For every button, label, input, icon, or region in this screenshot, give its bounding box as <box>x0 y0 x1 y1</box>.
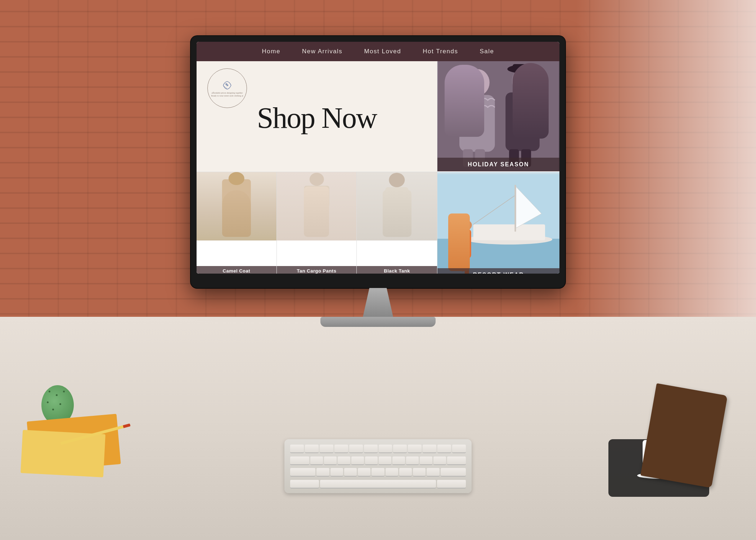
key <box>320 480 436 488</box>
key <box>290 480 319 488</box>
svg-point-6 <box>234 200 239 204</box>
svg-point-35 <box>460 220 472 230</box>
key <box>358 468 370 476</box>
svg-point-1 <box>229 172 244 185</box>
svg-point-5 <box>234 196 239 200</box>
key <box>290 456 309 464</box>
key-row-2 <box>290 455 466 466</box>
key-row-4 <box>290 479 466 489</box>
key <box>324 456 337 464</box>
product-card-black-tank[interactable]: Black Tank $40 <box>357 172 437 274</box>
navbar: Home New Arrivals Most Loved Hot Trends … <box>197 42 559 61</box>
svg-rect-32 <box>473 224 545 240</box>
camel-coat-illustration <box>197 172 276 240</box>
holiday-illustration <box>437 61 559 171</box>
key <box>334 445 348 453</box>
nav-most-loved[interactable]: Most Loved <box>364 48 401 55</box>
svg-rect-24 <box>513 64 534 72</box>
keyboard-keys <box>284 439 472 493</box>
product-image-tan <box>277 172 357 240</box>
main-content: affordable prices designing together Rea… <box>197 61 559 274</box>
nav-sale[interactable]: Sale <box>480 48 494 55</box>
svg-rect-33 <box>514 185 516 231</box>
svg-rect-14 <box>386 187 409 216</box>
key <box>338 456 350 464</box>
monitor-screen: Home New Arrivals Most Loved Hot Trends … <box>197 42 559 274</box>
product-card-tan-cargo[interactable]: Tan Cargo Pants $75 <box>277 172 357 274</box>
product-grid: Camel Coat $90 <box>197 172 437 274</box>
nav-home[interactable]: Home <box>262 48 280 55</box>
svg-rect-2 <box>226 215 236 233</box>
nav-new-arrivals[interactable]: New Arrivals <box>302 48 342 55</box>
svg-point-19 <box>465 69 490 96</box>
svg-rect-3 <box>237 215 247 233</box>
category-resort-wear[interactable]: RESORT WEAR <box>437 172 559 274</box>
product-name-camel: Camel Coat <box>198 268 275 274</box>
category-label-holiday: HOLIDAY SEASON <box>437 158 559 171</box>
key <box>413 468 426 476</box>
svg-point-7 <box>309 173 324 186</box>
monitor-stand-neck <box>356 288 400 317</box>
key <box>406 456 419 464</box>
svg-rect-20 <box>459 95 495 152</box>
key <box>305 445 319 453</box>
svg-rect-11 <box>306 212 314 217</box>
svg-rect-10 <box>318 207 327 233</box>
hero-section: affordable prices designing together Rea… <box>197 61 437 172</box>
key <box>364 445 378 453</box>
brand-logo: affordable prices designing together Rea… <box>207 68 247 108</box>
svg-point-23 <box>507 65 539 73</box>
key <box>351 456 364 464</box>
monitor-stand-base <box>320 317 436 327</box>
svg-point-21 <box>512 68 535 94</box>
key <box>290 445 304 453</box>
key <box>379 445 392 453</box>
category-label-resort: RESORT WEAR <box>437 268 559 274</box>
logo-text: affordable prices designing together Rea… <box>208 92 247 98</box>
shop-now-heading[interactable]: Shop Now <box>257 103 377 133</box>
svg-rect-22 <box>505 93 540 151</box>
key-row-1 <box>290 444 466 454</box>
product-name-black: Black Tank <box>358 268 436 274</box>
key <box>386 468 398 476</box>
key <box>427 468 439 476</box>
black-tank-illustration <box>357 172 437 240</box>
product-label-camel: Camel Coat $90 <box>197 266 276 274</box>
svg-rect-18 <box>438 61 559 171</box>
svg-rect-8 <box>304 186 329 207</box>
product-name-tan: Tan Cargo Pants <box>278 268 355 274</box>
product-label-black: Black Tank $40 <box>357 266 437 274</box>
key <box>372 468 384 476</box>
logo-icon <box>221 79 234 92</box>
key <box>408 445 422 453</box>
svg-rect-15 <box>389 190 405 201</box>
svg-rect-36 <box>461 229 471 258</box>
product-image-camel <box>197 172 276 240</box>
product-image-black <box>357 172 437 240</box>
key <box>437 480 466 488</box>
monitor-wrapper: Home New Arrivals Most Loved Hot Trends … <box>191 36 565 327</box>
keyboard[interactable] <box>284 439 472 493</box>
category-holiday-season[interactable]: HOLIDAY SEASON <box>437 61 559 172</box>
monitor-bezel: Home New Arrivals Most Loved Hot Trends … <box>191 36 565 288</box>
paper-stack <box>18 410 126 475</box>
right-panel: HOLIDAY SEASON <box>437 61 559 274</box>
key <box>447 456 466 464</box>
product-label-tan: Tan Cargo Pants $75 <box>277 266 357 274</box>
nav-hot-trends[interactable]: Hot Trends <box>423 48 458 55</box>
svg-point-4 <box>234 192 239 196</box>
key <box>365 456 378 464</box>
key <box>330 468 343 476</box>
key-row-3 <box>290 467 466 477</box>
svg-rect-12 <box>319 212 327 217</box>
tan-cargo-illustration <box>277 172 357 240</box>
key <box>433 456 446 464</box>
key <box>310 456 323 464</box>
key <box>452 445 466 453</box>
product-card-camel-coat[interactable]: Camel Coat $90 <box>197 172 277 274</box>
holiday-bg <box>437 61 559 171</box>
key <box>349 445 363 453</box>
yellow-paper <box>21 430 105 477</box>
key <box>393 445 407 453</box>
key <box>392 456 405 464</box>
